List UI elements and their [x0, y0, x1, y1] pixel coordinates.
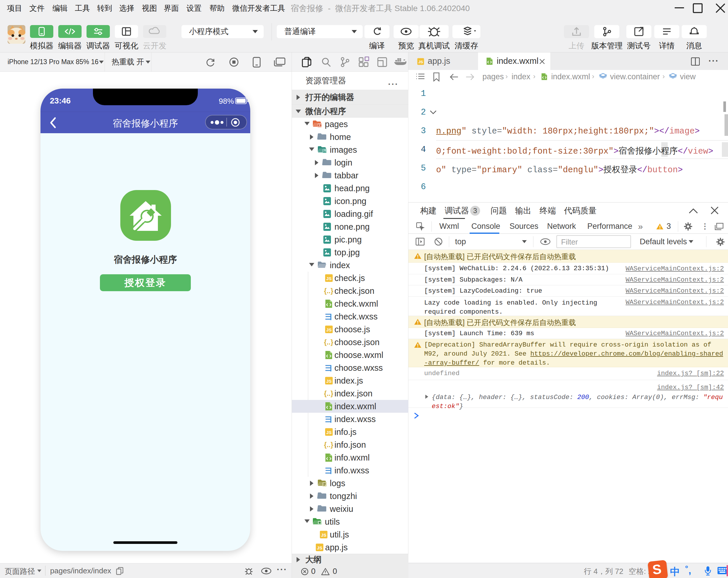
svg-text:ヨ: ヨ: [324, 311, 333, 321]
svg-text:JS: JS: [326, 379, 332, 383]
svg-text:JS: JS: [418, 60, 423, 64]
svg-text:{..}: {..}: [324, 287, 333, 295]
svg-text:JS: JS: [326, 276, 332, 281]
svg-text:ヨ: ヨ: [324, 363, 333, 373]
svg-text:{..}: {..}: [324, 441, 333, 449]
svg-text:ヨ: ヨ: [324, 414, 333, 424]
svg-text:JS: JS: [321, 532, 326, 537]
svg-text:{..}: {..}: [324, 338, 333, 346]
svg-text:{..}: {..}: [324, 389, 333, 397]
svg-text:JS: JS: [326, 430, 332, 435]
svg-text:ヨ: ヨ: [324, 466, 333, 475]
svg-text:JS: JS: [326, 327, 332, 332]
svg-text:JS: JS: [317, 545, 322, 550]
